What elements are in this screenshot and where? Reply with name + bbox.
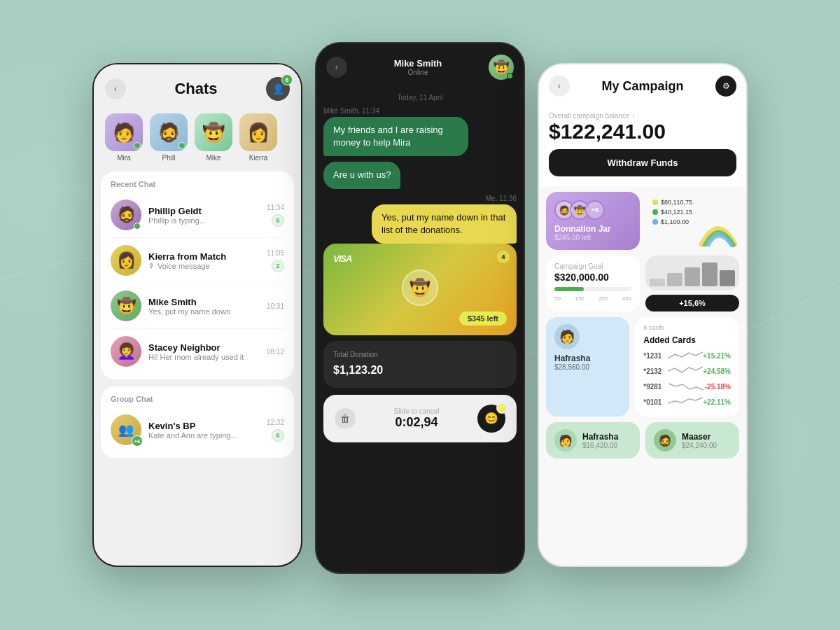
total-donation: Total Donation $1,123.20 (323, 341, 517, 388)
chats-title: Chats (174, 80, 217, 98)
chat-info-kierra: Kierra from Match 🎙 Voice message (148, 251, 260, 270)
campaign-goal-card: Campaign Goal $320,000.00 50 150 250 350 (546, 255, 640, 312)
group-name: Kevin's BP (148, 421, 260, 431)
chat-time-phillip: 11:34 (267, 204, 284, 211)
chat-item-kierra[interactable]: 👩 Kierra from Match 🎙 Voice message 11:0… (111, 241, 284, 280)
group-badge: 6 (272, 429, 284, 442)
people-info-hafrasha: Hafrasha $16,420.00 (582, 432, 618, 449)
card-row-3: *9281 -25.18% (643, 379, 731, 394)
jar-title: Donnation Jar (554, 224, 631, 234)
msg-bubble-3: Yes, put my name down in that list of th… (372, 204, 517, 244)
story-item-mira[interactable]: 🧑 Mira (105, 113, 143, 162)
date-label: Today, 11 April (316, 88, 524, 107)
added-cards-section: 8 cards Added Cards *1231 +15.21% *2132 … (635, 317, 739, 416)
story-avatar-mike: 🤠 (195, 113, 232, 151)
people-avatar-maaser: 🧔 (654, 429, 676, 451)
settings-button[interactable]: ⚙ (715, 76, 736, 97)
card-num-3: *9281 (643, 383, 668, 391)
messages-area: Mike Smith, 11:34 My friends and I are r… (316, 107, 524, 244)
story-row: 🧑 Mira 🧔 Phill 🤠 Mike (94, 109, 301, 172)
story-avatar-phill: 🧔 (150, 113, 188, 151)
chat-meta-mike: 10:31 (267, 302, 284, 310)
chat-item-phillip[interactable]: 🧔 Phillip Geidt Phillip is typing... 11:… (111, 195, 284, 234)
msg-sender-1: Mike Smith, 11:34 (323, 107, 517, 115)
card-row-2: *2132 +24.58% (643, 363, 731, 379)
bar-2 (667, 273, 682, 286)
delete-recording-button[interactable]: 🗑 (335, 408, 356, 429)
back-icon: ‹ (114, 84, 117, 94)
slide-cancel-label: Slide to cancel (393, 407, 439, 415)
campaign-balance-section: Overall campaign balance ↑ $122,241.00 W… (539, 105, 746, 186)
status-dot (507, 73, 513, 79)
hafrasha-large-card: 🧑 Hafrasha $28,560.00 (546, 317, 629, 416)
back-button[interactable]: ‹ (105, 78, 126, 99)
voice-timer: 0:02,94 (393, 415, 439, 430)
people-grid: 🧑 Hafrasha $16,420.00 🧔 Maaser $24,240.0… (539, 422, 746, 458)
chat-info-phillip: Phillip Geidt Phillip is typing... (148, 206, 260, 225)
chat-avatar-stacey: 👩‍🦱 (111, 336, 141, 367)
card-change-1: +15.21% (703, 352, 731, 360)
chat-time-stacey: 08:12 (267, 348, 284, 356)
group-meta: 12:32 6 (267, 419, 284, 442)
story-avatar-mira: 🧑 (105, 113, 143, 151)
donation-jar-card: 🧔 🤠 +8 Donnation Jar $245.00 left (546, 192, 640, 250)
added-cards-header: 8 cards (643, 324, 731, 331)
goal-label: Campaign Goal (554, 262, 631, 270)
phone-chat: ‹ Mike Smith Online 🤠 Today, 11 April Mi… (315, 42, 525, 574)
bar-1 (650, 279, 665, 286)
group-chat-section: Group Chat 👥 +6 Kevin's BP Kate and Ann … (101, 386, 294, 458)
story-item-phill[interactable]: 🧔 Phill (150, 113, 188, 162)
hafrasha-name: Hafrasha (554, 354, 621, 363)
chat-back-button[interactable]: ‹ (326, 57, 347, 78)
group-chat-item[interactable]: 👥 +6 Kevin's BP Kate and Ann are typing.… (111, 410, 284, 449)
story-item-mike[interactable]: 🤠 Mike (195, 113, 232, 162)
total-amount: $1,123.20 (333, 358, 507, 378)
people-card-hafrasha: 🧑 Hafrasha $16,420.00 (546, 422, 640, 458)
people-amount-maaser: $24,240.00 (682, 442, 717, 449)
recent-chat-section: Recent Chat 🧔 Phillip Geidt Phillip is t… (101, 172, 294, 379)
chat-item-mike[interactable]: 🤠 Mike Smith Yes, put my name down in th… (111, 286, 284, 326)
group-avatar: 👥 +6 (111, 414, 141, 445)
legend-amount-1: $80,110.75 (661, 199, 692, 206)
group-time: 12:32 (267, 419, 284, 426)
legend-amount-2: $40,121.15 (661, 209, 692, 216)
record-button[interactable]: 😊 (477, 405, 505, 433)
chat-meta-stacey: 08:12 (267, 348, 284, 356)
msg-bubble-1: My friends and I are raising money to he… (323, 117, 468, 156)
unread-badge-kierra: 2 (272, 260, 284, 272)
chat-time-mike: 10:31 (267, 302, 284, 310)
contact-name: Mike Smith (394, 58, 442, 69)
contact-status: Online (394, 69, 442, 76)
story-item-kierra[interactable]: 👩 Kierra (239, 113, 277, 162)
visa-card: VISA 4 🤠 $345 left (323, 244, 517, 335)
card-wave-2 (668, 365, 703, 377)
contact-avatar: 🤠 (489, 55, 514, 80)
phone-campaign: ‹ My Campaign ⚙ Overall campaign balance… (538, 63, 748, 567)
goal-markers: 50 150 250 350 (554, 295, 631, 302)
bottom-grid: 🧑 Hafrasha $28,560.00 8 cards Added Card… (539, 317, 746, 416)
group-label: Group Chat (111, 395, 284, 403)
chat-avatar-kierra: 👩 (111, 245, 141, 276)
card-wave-3 (668, 381, 704, 392)
card-badge: 4 (497, 251, 510, 263)
online-indicator (178, 142, 186, 149)
jar-avatar-more: +8 (585, 200, 605, 220)
chat-meta-kierra: 11:05 2 (267, 249, 284, 272)
card-change-2: +24.58% (703, 368, 731, 375)
people-avatar-hafrasha: 🧑 (554, 429, 577, 451)
bar-5 (720, 270, 735, 286)
story-name-kierra: Kierra (249, 154, 268, 162)
balance-label: Overall campaign balance ↑ (549, 112, 736, 120)
hafrasha-avatar: 🧑 (554, 324, 580, 349)
message-1: Mike Smith, 11:34 My friends and I are r… (323, 107, 517, 156)
voice-recording-bar: 🗑 Slide to cancel 0:02,94 😊 (323, 395, 517, 442)
card-wave-4 (668, 396, 703, 407)
campaign-header: ‹ My Campaign ⚙ (539, 64, 746, 105)
chat-item-stacey[interactable]: 👩‍🦱 Stacey Neighbor Hi! Her mom already … (111, 332, 284, 371)
story-name-mira: Mira (117, 154, 130, 162)
campaign-back-button[interactable]: ‹ (549, 76, 570, 97)
chat-meta-phillip: 11:34 6 (267, 204, 284, 227)
story-name-mike: Mike (206, 154, 220, 162)
withdraw-button[interactable]: Withdraw Funds (549, 149, 736, 176)
hafrasha-amount: $28,560.00 (554, 363, 621, 371)
